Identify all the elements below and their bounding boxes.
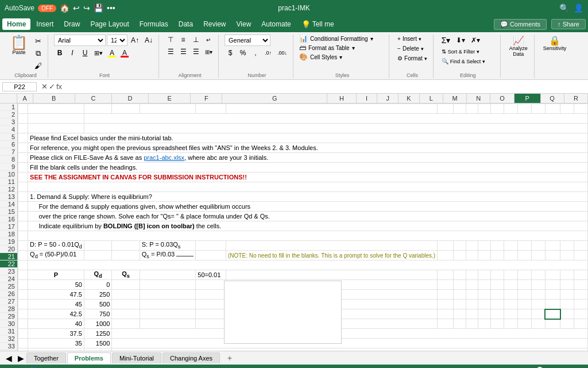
cell-C22[interactable]: 750 (84, 309, 111, 319)
row-num-22[interactable]: 22 (0, 260, 17, 268)
cell-E16[interactable]: Qs = P/0.03 (140, 251, 196, 260)
cell-R21[interactable] (574, 300, 588, 309)
cell-B11[interactable]: For the demand & supply equations given,… (28, 202, 588, 212)
bold-button[interactable]: B (54, 48, 65, 58)
cell-C24[interactable]: 1250 (84, 329, 111, 339)
cell-F22[interactable] (196, 309, 226, 319)
sensitivity-button[interactable]: 🔒 Sensitivity (540, 34, 570, 53)
cell-E22[interactable] (140, 309, 196, 319)
cell-M21[interactable] (504, 300, 518, 309)
cell-K15[interactable] (478, 241, 491, 251)
cell-J16[interactable] (466, 251, 478, 260)
cell-F23[interactable] (196, 319, 226, 329)
undo-icon[interactable]: ↩ (73, 3, 80, 13)
cell-B12[interactable]: over the price range shown. Solve each f… (28, 212, 588, 221)
cell-L21[interactable] (490, 300, 504, 309)
cell-G1[interactable] (226, 104, 438, 114)
underline-button[interactable]: U (79, 48, 91, 58)
row-num-20[interactable]: 20 (0, 246, 17, 253)
confirm-formula-icon[interactable]: ✓ (49, 82, 55, 91)
cell-F18[interactable]: 50=0.01 (196, 270, 226, 280)
col-header-D[interactable]: D (112, 94, 149, 103)
cell-H21[interactable] (438, 300, 454, 309)
cell-A19[interactable] (18, 280, 28, 290)
row-num-15[interactable]: 15 (0, 208, 17, 216)
percent-button[interactable]: % (237, 48, 249, 58)
cell-D15[interactable] (112, 241, 140, 251)
row-num-17[interactable]: 17 (0, 223, 17, 231)
cell-I16[interactable] (454, 251, 466, 260)
sum-button[interactable]: Σ▾ (439, 34, 453, 46)
italic-button[interactable]: I (67, 48, 78, 58)
cell-B21[interactable]: 45 (28, 300, 84, 309)
align-right-button[interactable]: ☰ (190, 47, 202, 57)
cell-M16[interactable] (504, 251, 518, 260)
cell-A3[interactable] (18, 124, 28, 133)
cell-F21[interactable] (196, 300, 226, 309)
cell-A21[interactable] (18, 300, 28, 309)
cell-B14[interactable] (28, 231, 588, 241)
cell-A23[interactable] (18, 319, 28, 329)
cell-A2[interactable] (18, 114, 28, 124)
col-header-K[interactable]: K (399, 94, 420, 103)
font-size-select[interactable]: 12 (107, 34, 127, 46)
cell-M20[interactable] (504, 290, 518, 300)
cell-R18[interactable] (574, 270, 588, 280)
cell-B2[interactable] (28, 114, 84, 124)
cell-A22[interactable] (18, 309, 28, 319)
cell-A5[interactable] (18, 143, 28, 153)
cell-J1[interactable] (466, 104, 478, 114)
row-num-33[interactable]: 33 (0, 343, 17, 350)
cell-O20[interactable] (531, 290, 545, 300)
sheet-tab-changing-axes[interactable]: Changing Axes (163, 352, 220, 363)
row-num-19[interactable]: 19 (0, 238, 17, 246)
cell-B23[interactable]: 40 (28, 319, 84, 329)
cell-P15[interactable] (545, 241, 560, 251)
cell-I20[interactable] (454, 290, 466, 300)
cell-M18[interactable] (504, 270, 518, 280)
cell-J15[interactable] (466, 241, 478, 251)
menu-view[interactable]: View (232, 18, 256, 30)
cell-L20[interactable] (490, 290, 504, 300)
cell-K21[interactable] (478, 300, 491, 309)
add-sheet-button[interactable]: ＋ (221, 352, 238, 365)
cell-B3[interactable] (28, 124, 84, 133)
cell-I1[interactable] (454, 104, 466, 114)
cell-A17[interactable] (18, 260, 28, 270)
cell-A8[interactable] (18, 172, 28, 182)
decrease-decimal-button[interactable]: .00↓ (275, 49, 289, 57)
cell-A20[interactable] (18, 290, 28, 300)
cell-C2[interactable] (84, 114, 587, 124)
cell-M22[interactable] (504, 309, 518, 319)
clear-button[interactable]: ✗▾ (469, 35, 482, 45)
cell-F16[interactable] (196, 251, 226, 260)
cell-D18[interactable]: Qs (112, 270, 140, 280)
col-header-G[interactable]: G (222, 94, 327, 103)
cell-O23[interactable] (531, 319, 545, 329)
cell-B10[interactable]: 1. Demand & Supply: Where is equilibrium… (28, 192, 588, 202)
sheet-tab-problems[interactable]: Problems (67, 352, 111, 364)
fill-button[interactable]: ⬇▾ (454, 35, 467, 45)
cell-O19[interactable] (531, 280, 545, 290)
row-num-25[interactable]: 25 (0, 283, 17, 290)
col-header-A[interactable]: A (17, 94, 33, 103)
copy-button[interactable]: ⧉ (32, 48, 44, 59)
prev-sheet-icon[interactable]: ◀ (2, 354, 16, 363)
row-num-28[interactable]: 28 (0, 305, 17, 313)
cell-A12[interactable] (18, 212, 28, 221)
cell-R15[interactable] (574, 241, 588, 251)
cell-K22[interactable] (478, 309, 491, 319)
cell-N20[interactable] (518, 290, 532, 300)
row-num-22[interactable]: 21 (0, 253, 17, 260)
col-header-M[interactable]: M (443, 94, 467, 103)
col-header-C[interactable]: C (75, 94, 112, 103)
cell-B16[interactable]: Qd = (50-P)/0.01 (28, 251, 84, 260)
cell-J22[interactable] (466, 309, 478, 319)
col-header-I[interactable]: I (357, 94, 378, 103)
row-num-23[interactable]: 23 (0, 268, 17, 275)
col-header-F[interactable]: F (191, 94, 222, 103)
cell-F1[interactable] (196, 104, 226, 114)
row-num-18[interactable]: 18 (0, 231, 17, 238)
cell-N22[interactable] (518, 309, 532, 319)
row-num-13[interactable]: 13 (0, 193, 17, 201)
